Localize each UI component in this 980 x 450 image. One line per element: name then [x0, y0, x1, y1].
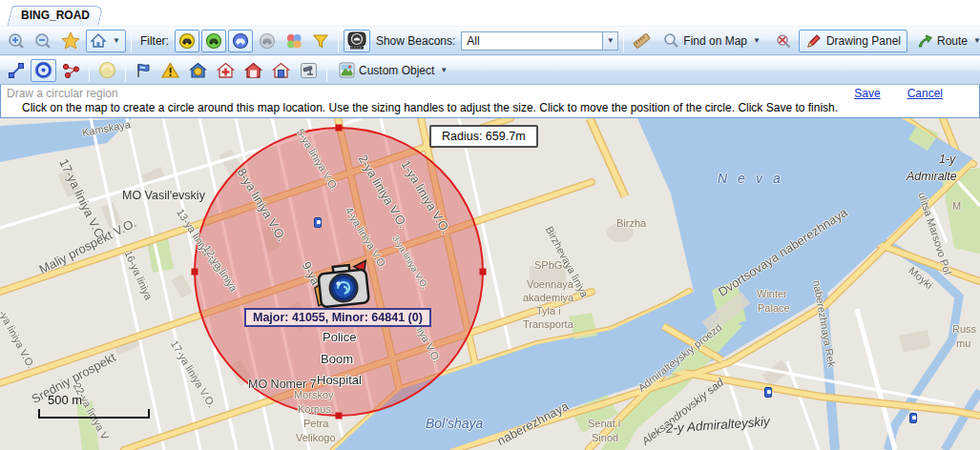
- warning-button[interactable]: [157, 59, 183, 82]
- filter-funnel-button[interactable]: [308, 30, 333, 52]
- filter-gray-units-button[interactable]: [255, 30, 280, 52]
- region-handle-bottom[interactable]: [336, 413, 343, 419]
- transit-icon: [909, 413, 917, 423]
- map-label: akademiya: [523, 292, 573, 303]
- instruction-bar: Draw a circular region Click on the map …: [0, 85, 980, 118]
- filter-label: Filter:: [136, 34, 173, 48]
- map-label: Transporta: [523, 318, 573, 330]
- blue-house-icon: [272, 62, 290, 79]
- find-on-map-label: Find on Map: [683, 34, 747, 48]
- beacons-button[interactable]: [344, 30, 370, 52]
- filter-groups-icon: [285, 32, 302, 50]
- find-on-map-button[interactable]: Find on Map ▼: [657, 30, 769, 52]
- map-label: 1-y: [939, 153, 955, 166]
- scale-label: 500 m: [38, 393, 150, 407]
- draw-points-icon: [62, 62, 80, 79]
- custom-object-button[interactable]: Custom Object ▼: [332, 59, 456, 82]
- zoom-out-button[interactable]: [31, 30, 55, 52]
- map-label: M: [952, 200, 961, 212]
- red-house-icon: [244, 62, 262, 79]
- transit-icon: [764, 387, 772, 398]
- beacons-combobox-value[interactable]: All: [461, 31, 602, 51]
- hospital-button[interactable]: [213, 59, 239, 82]
- filter-car-blue-icon: [232, 32, 249, 50]
- save-link[interactable]: Save: [854, 87, 880, 100]
- route-button[interactable]: Route ▼: [909, 30, 980, 52]
- map-label: Birzha: [616, 217, 646, 229]
- map-label: Palace: [758, 302, 790, 314]
- clear-search-icon: [775, 32, 793, 50]
- measure-button[interactable]: [629, 30, 655, 52]
- search-icon: [663, 32, 679, 49]
- filter-yellow-units-button[interactable]: [175, 30, 199, 52]
- beacons-combobox[interactable]: All ▼: [461, 31, 618, 51]
- map-label: Bol'shaya: [426, 416, 483, 431]
- drawing-toolbar: Custom Object ▼: [0, 55, 980, 85]
- draw-circle-icon: [34, 61, 52, 79]
- beacons-combobox-arrow[interactable]: ▼: [602, 31, 618, 51]
- drawing-panel-label: Drawing Panel: [826, 34, 901, 48]
- find-on-map-dropdown-arrow[interactable]: ▼: [751, 36, 762, 45]
- tab-bing-road[interactable]: BING_ROAD: [10, 6, 101, 26]
- hospital-icon: [217, 62, 235, 79]
- map-label: Russ: [952, 323, 976, 335]
- map-label: Boom: [321, 352, 353, 366]
- draw-circle-button[interactable]: [31, 59, 56, 82]
- funnel-icon: [312, 32, 329, 50]
- drawing-panel-button[interactable]: Drawing Panel: [799, 30, 907, 52]
- red-house-button[interactable]: [240, 59, 266, 82]
- custom-object-label: Custom Object: [359, 64, 434, 77]
- coin-button[interactable]: [94, 59, 120, 82]
- zoom-in-button[interactable]: [4, 30, 29, 52]
- region-handle-top[interactable]: [336, 125, 343, 132]
- zoom-in-icon: [8, 32, 25, 50]
- flag-icon: [135, 62, 152, 79]
- filter-car-yellow-icon: [178, 32, 196, 50]
- map-label: Petra: [303, 418, 328, 429]
- show-beacons-label: Show Beacons:: [372, 34, 459, 48]
- filter-car-green-icon: [205, 32, 222, 50]
- tab-bar: BING_ROAD: [0, 0, 980, 26]
- custom-object-dropdown-arrow[interactable]: ▼: [438, 66, 449, 74]
- filter-green-units-button[interactable]: [201, 30, 226, 52]
- radius-tooltip: Radius: 659.7m: [429, 125, 538, 148]
- blue-house-button[interactable]: [268, 59, 294, 82]
- region-handle-right[interactable]: [480, 269, 487, 276]
- map-label: Tyla i: [536, 305, 561, 317]
- filter-car-gray-icon: [259, 32, 276, 50]
- zoom-out-icon: [34, 32, 52, 50]
- map-label: Hospital: [317, 373, 362, 387]
- warning-triangle-icon: [161, 62, 179, 79]
- beacon-major-minor-label: Major: 41055, Minor: 64841 (0): [244, 308, 431, 327]
- police-station-button[interactable]: [185, 59, 211, 82]
- separator: [89, 59, 90, 82]
- region-handle-left[interactable]: [192, 269, 198, 276]
- separator: [338, 30, 339, 52]
- draw-points-button[interactable]: [58, 59, 84, 82]
- police-station-icon: [189, 62, 207, 79]
- filter-groups-button[interactable]: [281, 30, 306, 52]
- cctv-camera-icon: [300, 62, 318, 79]
- map-label: Voennaya: [527, 278, 573, 290]
- camera-icon: [309, 256, 375, 314]
- map-label: Korpus: [298, 403, 331, 415]
- home-button[interactable]: ▼: [86, 30, 126, 52]
- map-label: Admiralte: [907, 170, 957, 183]
- filter-blue-units-button[interactable]: [228, 30, 253, 52]
- map-label: Senat i: [588, 418, 620, 429]
- map-label: Neva: [718, 171, 791, 186]
- flag-button[interactable]: [131, 59, 156, 82]
- transit-icon: [314, 217, 322, 228]
- map-canvas[interactable]: Kamskaya17-ya liniya V.O.MO Vasil'evskiy…: [0, 118, 980, 450]
- favorites-button[interactable]: [57, 30, 84, 52]
- instruction-title: Draw a circular region: [7, 87, 973, 100]
- route-dropdown-arrow[interactable]: ▼: [971, 36, 980, 45]
- cctv-button[interactable]: [296, 59, 322, 82]
- draw-line-button[interactable]: [4, 59, 29, 82]
- cancel-link[interactable]: Cancel: [907, 87, 943, 100]
- scale-bar: [38, 411, 150, 419]
- clear-search-button[interactable]: [771, 30, 797, 52]
- separator: [623, 30, 624, 52]
- custom-object-image-icon: [339, 62, 355, 78]
- home-dropdown-arrow[interactable]: ▼: [111, 36, 122, 45]
